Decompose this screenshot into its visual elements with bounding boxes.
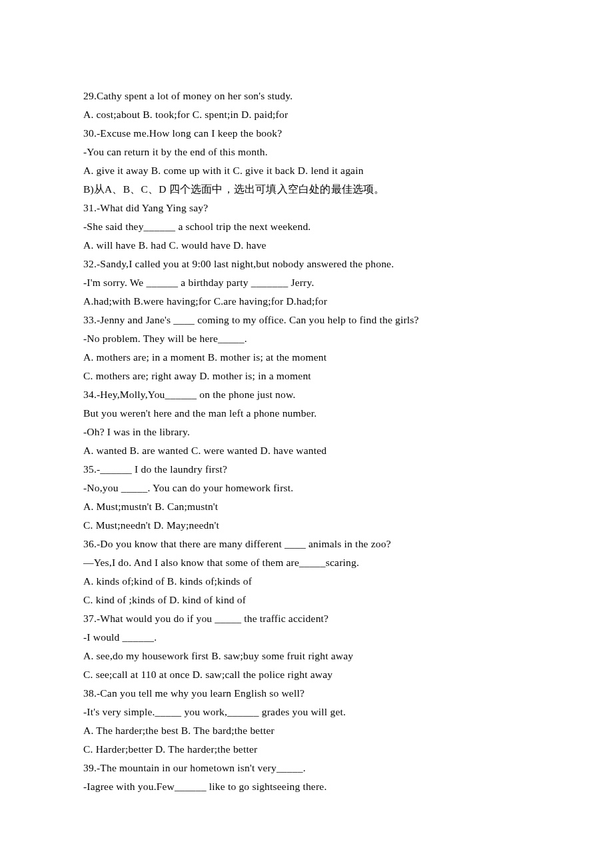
text-line: -Iagree with you.Few______ like to go si…: [83, 777, 530, 796]
text-line: 34.-Hey,Molly,You______ on the phone jus…: [83, 385, 530, 404]
text-line: A. The harder;the best B. The bard;the b…: [83, 721, 530, 740]
text-line: 29.Cathy spent a lot of money on her son…: [83, 87, 530, 105]
text-line: A. Must;mustn't B. Can;mustn't: [83, 497, 530, 516]
text-line: -You can return it by the end of this mo…: [83, 143, 530, 161]
document-page: 29.Cathy spent a lot of money on her son…: [0, 0, 613, 863]
text-line: A. mothers are; in a moment B. mother is…: [83, 348, 530, 367]
text-line: -I'm sorry. We ______ a birthday party _…: [83, 273, 530, 292]
text-line: C. Must;needn't D. May;needn't: [83, 516, 530, 535]
text-line: 36.-Do you know that there are many diff…: [83, 535, 530, 553]
text-line: -I would ______.: [83, 628, 530, 647]
text-line: But you weren't here and the man left a …: [83, 404, 530, 423]
text-line: 31.-What did Yang Ying say?: [83, 199, 530, 217]
text-line: —Yes,I do. And I also know that some of …: [83, 553, 530, 572]
text-line: C. kind of ;kinds of D. kind of kind of: [83, 591, 530, 609]
text-line: -She said they______ a school trip the n…: [83, 217, 530, 236]
text-line: A. see,do my housework first B. saw;buy …: [83, 647, 530, 665]
text-line: C. mothers are; right away D. mother is;…: [83, 367, 530, 385]
text-line: 37.-What would you do if you _____ the t…: [83, 609, 530, 628]
text-line: A. wanted B. are wanted C. were wanted D…: [83, 441, 530, 460]
text-line: A. give it away B. come up with it C. gi…: [83, 161, 530, 180]
text-line: -It's very simple._____ you work,______ …: [83, 703, 530, 721]
text-line: B)从A、B、C、D 四个选面中，选出可填入空白处的最佳选项。: [83, 180, 530, 199]
text-line: A. will have B. had C. would have D. hav…: [83, 236, 530, 255]
text-line: A. cost;about B. took;for C. spent;in D.…: [83, 105, 530, 124]
text-line: A.had;with B.were having;for C.are havin…: [83, 292, 530, 311]
text-line: C. see;call at 110 at once D. saw;call t…: [83, 665, 530, 684]
text-line: 32.-Sandy,I called you at 9:00 last nigh…: [83, 255, 530, 273]
text-line: -No,you _____. You can do your homework …: [83, 479, 530, 497]
text-line: C. Harder;better D. The harder;the bette…: [83, 740, 530, 759]
text-line: 30.-Excuse me.How long can I keep the bo…: [83, 124, 530, 143]
text-line: 38.-Can you tell me why you learn Englis…: [83, 684, 530, 703]
text-line: A. kinds of;kind of B. kinds of;kinds of: [83, 572, 530, 591]
text-line: -No problem. They will be here_____.: [83, 329, 530, 348]
text-line: 39.-The mountain in our hometown isn't v…: [83, 759, 530, 777]
text-line: 33.-Jenny and Jane's ____ coming to my o…: [83, 311, 530, 329]
text-line: 35.-______ I do the laundry first?: [83, 460, 530, 479]
text-line: -Oh? I was in the library.: [83, 423, 530, 441]
